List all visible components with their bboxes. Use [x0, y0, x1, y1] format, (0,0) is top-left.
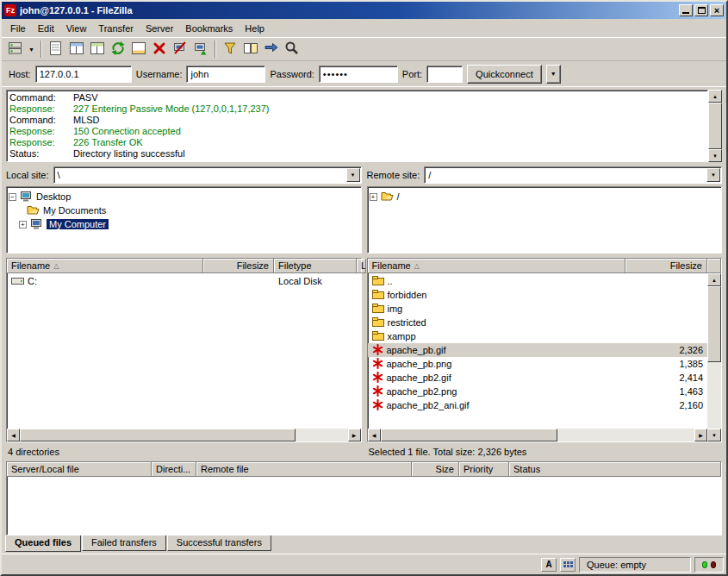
minimize-button[interactable] [679, 4, 693, 16]
disconnect-button[interactable] [170, 40, 190, 59]
toggle-remote-tree-button[interactable] [87, 40, 108, 59]
reconnect-button[interactable] [190, 40, 211, 59]
remote-file-row[interactable]: apache_pb2.png 1,463 [368, 385, 708, 398]
remote-file-row[interactable]: apache_pb2.gif 2,414 [368, 371, 708, 385]
remote-file-row[interactable]: img [368, 302, 708, 316]
close-button[interactable]: × [710, 4, 724, 16]
column-header-filename[interactable]: Filename△ [368, 259, 626, 273]
toggle-local-tree-button[interactable] [66, 40, 87, 59]
cancel-icon [152, 41, 167, 59]
folder-icon [372, 316, 384, 329]
tree-expand-icon[interactable]: + [19, 221, 27, 229]
menu-view[interactable]: View [60, 21, 93, 36]
quickconnect-bar: Host: Username: Password: Port: Quickcon… [2, 61, 726, 87]
port-input[interactable] [426, 66, 463, 83]
remote-file-row[interactable]: apache_pb2_ani.gif 2,160 [368, 398, 708, 412]
tree-item-label-selected: My Computer [47, 219, 109, 229]
tab-failed-transfers[interactable]: Failed transfers [82, 535, 166, 551]
menu-edit[interactable]: Edit [32, 21, 60, 36]
tree-item-desktop[interactable]: − Desktop [9, 190, 359, 203]
refresh-button[interactable] [108, 40, 128, 59]
column-header-server-local-file[interactable]: Server/Local file [7, 462, 152, 477]
quickconnect-dropdown-button[interactable]: ▼ [546, 65, 561, 84]
combo-dropdown-button[interactable]: ▼ [346, 168, 360, 182]
menu-transfer[interactable]: Transfer [92, 21, 140, 36]
remote-file-row[interactable]: .. [368, 274, 708, 288]
scrollbar-thumb[interactable] [708, 103, 722, 149]
password-input[interactable] [319, 66, 398, 83]
local-file-list: Filename△ Filesize Filetype L C: Local D… [6, 258, 362, 442]
host-input[interactable] [35, 66, 132, 83]
minimize-icon [682, 12, 689, 14]
scroll-right-icon[interactable]: ▶ [348, 429, 361, 441]
filter-icon [222, 41, 238, 59]
scrollbar-thumb[interactable] [20, 429, 296, 441]
site-manager-button[interactable] [5, 40, 26, 59]
scroll-left-icon[interactable]: ◀ [368, 429, 381, 441]
site-manager-dropdown-button[interactable]: ▼ [26, 40, 37, 59]
column-header-last-modified[interactable]: L [357, 259, 366, 273]
menu-bookmarks[interactable]: Bookmarks [179, 21, 239, 36]
remote-file-row-selected[interactable]: apache_pb.gif 2,326 [368, 343, 708, 357]
tab-successful-transfers[interactable]: Successful transfers [167, 535, 271, 551]
scroll-down-icon[interactable]: ▼ [708, 149, 722, 162]
remote-file-row[interactable]: xampp [368, 329, 708, 343]
scroll-up-icon[interactable]: ▲ [708, 90, 722, 103]
synchronized-browsing-button[interactable] [261, 40, 282, 59]
scroll-down-icon[interactable]: ▼ [707, 429, 721, 441]
remote-vertical-scrollbar[interactable]: ▲ ▼ [707, 273, 721, 441]
menu-server[interactable]: Server [140, 21, 179, 36]
local-site-row: Local site: \ ▼ [6, 166, 362, 185]
local-file-row[interactable]: C: Local Disk [7, 274, 361, 288]
menu-help[interactable]: Help [239, 21, 271, 36]
username-input[interactable] [186, 66, 265, 83]
column-header-priority[interactable]: Priority [459, 462, 509, 477]
combo-dropdown-button[interactable]: ▼ [706, 168, 720, 182]
tree-item-root[interactable]: + / [370, 190, 720, 203]
column-header-status[interactable]: Status [509, 462, 721, 477]
tree-item-my-documents[interactable]: My Documents [9, 203, 359, 217]
scroll-right-icon[interactable]: ▶ [694, 429, 707, 441]
local-site-combobox[interactable]: \ ▼ [53, 166, 362, 184]
tree-item-my-computer[interactable]: + My Computer [9, 217, 359, 231]
log-scrollbar[interactable]: ▲ ▼ [708, 90, 722, 162]
column-header-direction[interactable]: Directi... [152, 462, 196, 477]
remote-file-row[interactable]: restricted [368, 316, 708, 329]
remote-list-header: Filename△ Filesize [368, 259, 722, 273]
port-label: Port: [402, 69, 422, 79]
tree-expand-icon[interactable]: + [370, 193, 377, 201]
remote-horizontal-scrollbar[interactable]: ◀ ▶ [368, 429, 708, 441]
desktop-icon [20, 191, 33, 203]
tree-collapse-icon[interactable]: − [9, 193, 16, 201]
toggle-queue-button[interactable] [128, 40, 149, 59]
menu-file[interactable]: File [4, 21, 32, 36]
scroll-up-icon[interactable]: ▲ [707, 273, 721, 286]
image-file-icon [372, 385, 383, 398]
column-header-remote-file[interactable]: Remote file [196, 462, 412, 477]
quickconnect-button[interactable]: Quickconnect [467, 65, 542, 84]
filter-button[interactable] [220, 40, 240, 59]
titlebar[interactable]: Fz john@127.0.0.1 - FileZilla × [2, 2, 726, 19]
image-file-icon [372, 372, 383, 385]
directory-comparison-button[interactable] [240, 40, 261, 59]
column-header-filesize[interactable]: Filesize [625, 259, 707, 273]
scrollbar-thumb[interactable] [381, 429, 557, 441]
column-header-filetype[interactable]: Filetype [274, 259, 357, 273]
maximize-button[interactable] [694, 4, 708, 16]
find-files-button[interactable] [282, 40, 302, 59]
column-header-filesize[interactable]: Filesize [203, 259, 274, 273]
cancel-button[interactable] [149, 40, 170, 59]
drive-icon [11, 276, 24, 287]
toggle-message-log-button[interactable] [46, 40, 66, 59]
scroll-left-icon[interactable]: ◀ [7, 429, 20, 441]
remote-file-row[interactable]: forbidden [368, 288, 708, 302]
column-header-size[interactable]: Size [412, 462, 459, 477]
tab-queued-files[interactable]: Queued files [5, 535, 81, 552]
scrollbar-thumb[interactable] [707, 286, 721, 362]
image-file-icon [372, 344, 383, 357]
remote-site-combobox[interactable]: / ▼ [424, 166, 722, 184]
remote-file-row[interactable]: apache_pb.png 1,385 [368, 357, 708, 371]
column-header-filename[interactable]: Filename△ [7, 259, 203, 273]
local-horizontal-scrollbar[interactable]: ◀ ▶ [7, 429, 361, 441]
filezilla-app-icon: Fz [4, 4, 16, 16]
